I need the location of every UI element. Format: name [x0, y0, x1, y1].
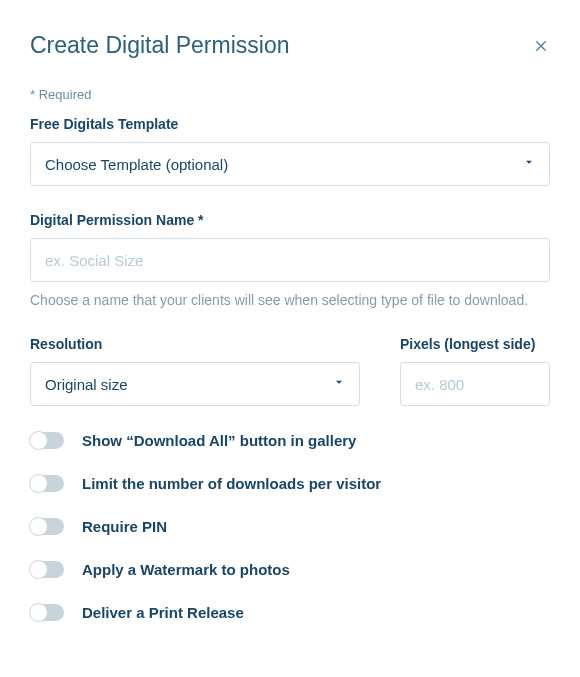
toggle-knob — [29, 517, 48, 536]
resolution-label: Resolution — [30, 336, 360, 352]
toggle-knob — [29, 603, 48, 622]
toggle-print-release-row: Deliver a Print Release — [30, 604, 550, 621]
toggle-knob — [29, 431, 48, 450]
dialog-title: Create Digital Permission — [30, 32, 289, 59]
resolution-select[interactable]: Original size — [30, 362, 360, 406]
toggle-require-pin-row: Require PIN — [30, 518, 550, 535]
toggle-watermark-label: Apply a Watermark to photos — [82, 561, 290, 578]
toggle-knob — [29, 560, 48, 579]
toggle-require-pin[interactable] — [30, 518, 64, 535]
permission-name-helper: Choose a name that your clients will see… — [30, 292, 550, 308]
template-label: Free Digitals Template — [30, 116, 550, 132]
toggle-download-all-row: Show “Download All” button in gallery — [30, 432, 550, 449]
toggle-watermark-row: Apply a Watermark to photos — [30, 561, 550, 578]
toggle-limit-downloads[interactable] — [30, 475, 64, 492]
toggle-limit-downloads-label: Limit the number of downloads per visito… — [82, 475, 381, 492]
toggle-limit-downloads-row: Limit the number of downloads per visito… — [30, 475, 550, 492]
close-icon[interactable] — [532, 37, 550, 55]
permission-name-label: Digital Permission Name * — [30, 212, 550, 228]
toggle-watermark[interactable] — [30, 561, 64, 578]
toggle-require-pin-label: Require PIN — [82, 518, 167, 535]
toggle-download-all[interactable] — [30, 432, 64, 449]
template-select-value: Choose Template (optional) — [30, 142, 550, 186]
permission-name-input[interactable] — [30, 238, 550, 282]
toggle-print-release[interactable] — [30, 604, 64, 621]
toggle-knob — [29, 474, 48, 493]
template-select[interactable]: Choose Template (optional) — [30, 142, 550, 186]
toggle-print-release-label: Deliver a Print Release — [82, 604, 244, 621]
resolution-row: Resolution Original size Pixels (longest… — [30, 336, 550, 406]
pixels-label: Pixels (longest side) — [400, 336, 550, 352]
required-note: * Required — [30, 87, 550, 102]
dialog-header: Create Digital Permission — [30, 32, 550, 59]
toggle-download-all-label: Show “Download All” button in gallery — [82, 432, 356, 449]
resolution-select-value: Original size — [30, 362, 360, 406]
pixels-input[interactable] — [400, 362, 550, 406]
